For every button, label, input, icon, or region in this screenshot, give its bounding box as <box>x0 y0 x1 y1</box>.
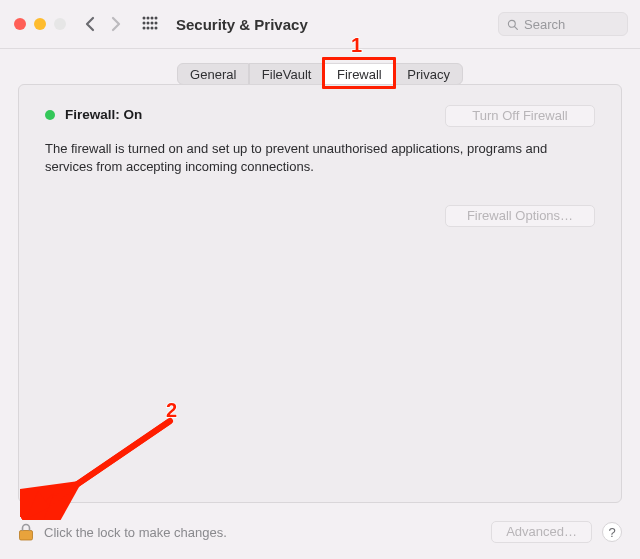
help-button[interactable]: ? <box>602 522 622 542</box>
search-icon <box>507 18 518 31</box>
nav-arrows <box>84 16 122 32</box>
firewall-options-button[interactable]: Firewall Options… <box>445 205 595 227</box>
svg-point-9 <box>147 27 150 30</box>
svg-point-5 <box>147 22 150 25</box>
tab-general[interactable]: General <box>177 63 249 85</box>
show-all-prefs-button[interactable] <box>142 16 158 32</box>
svg-point-1 <box>147 17 150 20</box>
svg-rect-14 <box>20 531 33 541</box>
turn-off-firewall-button[interactable]: Turn Off Firewall <box>445 105 595 127</box>
tab-firewall[interactable]: Firewall <box>324 63 395 85</box>
firewall-description: The firewall is turned on and set up to … <box>45 140 565 175</box>
svg-point-7 <box>155 22 158 25</box>
svg-point-11 <box>155 27 158 30</box>
search-field[interactable] <box>498 12 628 36</box>
svg-point-10 <box>151 27 154 30</box>
back-button[interactable] <box>84 16 95 32</box>
search-input[interactable] <box>524 17 619 32</box>
tab-filevault[interactable]: FileVault <box>249 63 325 85</box>
footer-bar: Click the lock to make changes. Advanced… <box>18 521 622 543</box>
svg-point-4 <box>143 22 146 25</box>
lock-hint-label: Click the lock to make changes. <box>44 525 481 540</box>
advanced-button[interactable]: Advanced… <box>491 521 592 543</box>
svg-point-3 <box>155 17 158 20</box>
window-toolbar: Security & Privacy <box>0 0 640 48</box>
svg-point-2 <box>151 17 154 20</box>
lock-button[interactable] <box>18 523 34 541</box>
firewall-status-label: Firewall: On <box>65 107 142 122</box>
traffic-lights <box>14 18 66 30</box>
status-dot-icon <box>45 110 55 120</box>
chevron-left-icon <box>84 16 95 32</box>
lock-icon <box>18 523 34 541</box>
zoom-window-button[interactable] <box>54 18 66 30</box>
close-window-button[interactable] <box>14 18 26 30</box>
minimize-window-button[interactable] <box>34 18 46 30</box>
window-title: Security & Privacy <box>176 16 484 33</box>
svg-point-0 <box>143 17 146 20</box>
chevron-right-icon <box>111 16 122 32</box>
svg-line-13 <box>515 26 518 29</box>
svg-point-6 <box>151 22 154 25</box>
forward-button[interactable] <box>111 16 122 32</box>
firewall-panel: Firewall: On Turn Off Firewall The firew… <box>18 84 622 503</box>
svg-point-8 <box>143 27 146 30</box>
apps-grid-icon <box>142 16 158 32</box>
tab-privacy[interactable]: Privacy <box>394 63 463 85</box>
